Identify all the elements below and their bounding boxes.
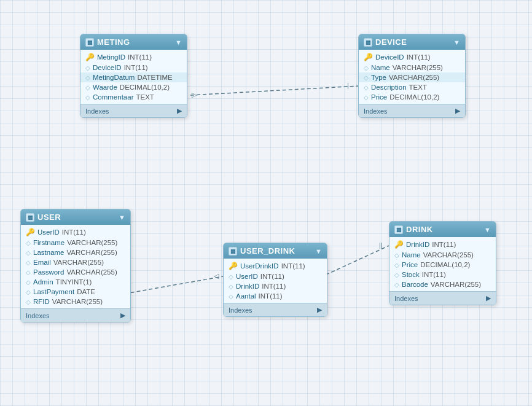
- table-meting-title: METING: [97, 37, 172, 47]
- field-user-admin: ◇ Admin TINYINT(1): [21, 277, 130, 287]
- field-meting-deviceid: ◇ DeviceID INT(11): [80, 63, 187, 72]
- table-drink: ▦ DRINK ▼ 🔑 DrinkID INT(11) ◇ Name VARCH…: [389, 221, 496, 305]
- table-meting-header: ▦ METING ▼: [80, 34, 187, 50]
- field-user-firstname: ◇ Firstname VARCHAR(255): [21, 238, 130, 248]
- indexes-label: Indexes: [394, 295, 418, 302]
- field-meting-metingid: 🔑 MetingID INT(11): [80, 52, 187, 63]
- field-drink-stock: ◇ Stock INT(11): [389, 270, 496, 279]
- table-user: ▦ USER ▼ 🔑 UserID INT(11) ◇ Firstname VA…: [20, 209, 131, 322]
- table-user-drink-indexes[interactable]: Indexes ▶: [224, 303, 327, 316]
- diamond-icon: ◇: [26, 259, 31, 266]
- table-user-drink-dropdown[interactable]: ▼: [315, 248, 322, 255]
- table-device-fields: 🔑 DeviceID INT(11) ◇ Name VARCHAR(255) ◇…: [359, 50, 465, 104]
- field-device-name: ◇ Name VARCHAR(255): [359, 63, 465, 72]
- table-drink-title: DRINK: [406, 225, 481, 234]
- diamond-icon: ◇: [364, 94, 369, 101]
- table-user-drink-fields: 🔑 UserDrinkID INT(11) ◇ UserID INT(11) ◇…: [224, 259, 327, 303]
- table-user-dropdown[interactable]: ▼: [119, 214, 125, 221]
- table-user-icon: ▦: [26, 213, 34, 222]
- indexes-label: Indexes: [26, 312, 50, 319]
- table-drink-icon: ▦: [394, 225, 403, 234]
- diamond-icon: ◇: [364, 84, 369, 91]
- diamond-icon: ◇: [394, 281, 399, 288]
- table-user-title: USER: [37, 213, 115, 222]
- diamond-icon: ◇: [229, 293, 233, 300]
- field-drink-barcode: ◇ Barcode VARCHAR(255): [389, 279, 496, 289]
- diamond-icon: ◇: [26, 289, 31, 295]
- indexes-arrow: ▶: [317, 306, 322, 314]
- table-device: ▦ DEVICE ▼ 🔑 DeviceID INT(11) ◇ Name VAR…: [358, 34, 466, 118]
- diamond-icon: ◇: [85, 64, 90, 71]
- indexes-label: Indexes: [364, 107, 388, 115]
- key-icon: 🔑: [364, 53, 373, 61]
- field-device-type: ◇ Type VARCHAR(255): [359, 72, 465, 82]
- key-icon: 🔑: [85, 53, 95, 61]
- table-device-header: ▦ DEVICE ▼: [359, 34, 465, 50]
- diamond-icon: ◇: [26, 249, 31, 256]
- field-drink-price: ◇ Price DECIMAL(10,2): [389, 260, 496, 270]
- field-ud-drinkid: ◇ DrinkID INT(11): [224, 281, 327, 291]
- table-device-icon: ▦: [364, 38, 372, 47]
- table-device-dropdown[interactable]: ▼: [453, 39, 460, 46]
- field-user-lastname: ◇ Lastname VARCHAR(255): [21, 248, 130, 257]
- diamond-icon: ◇: [394, 252, 399, 259]
- diamond-icon: ◇: [229, 283, 233, 290]
- diamond-icon: ◇: [394, 271, 399, 278]
- diamond-icon: ◇: [26, 240, 31, 246]
- table-user-drink: ▦ USER_DRINK ▼ 🔑 UserDrinkID INT(11) ◇ U…: [223, 243, 327, 317]
- key-icon: 🔑: [229, 262, 238, 270]
- table-meting-icon: ▦: [85, 38, 94, 47]
- field-meting-metingdatum: ◇ MetingDatum DATETIME: [80, 72, 187, 82]
- diamond-icon: ◇: [85, 94, 90, 101]
- table-device-indexes[interactable]: Indexes ▶: [359, 104, 465, 117]
- table-user-drink-title: USER_DRINK: [240, 246, 312, 256]
- field-device-description: ◇ Description TEXT: [359, 82, 465, 92]
- diamond-icon: ◇: [26, 299, 31, 305]
- table-user-drink-header: ▦ USER_DRINK ▼: [224, 243, 327, 259]
- rel-marker-1: ▷: [192, 91, 197, 98]
- indexes-label: Indexes: [229, 306, 252, 314]
- field-device-deviceid: 🔑 DeviceID INT(11): [359, 52, 465, 63]
- field-ud-userid: ◇ UserID INT(11): [224, 271, 327, 281]
- field-meting-commentaar: ◇ Commentaar TEXT: [80, 92, 187, 102]
- diamond-icon: ◇: [364, 74, 369, 81]
- field-user-lastpayment: ◇ LastPayment DATE: [21, 287, 130, 297]
- field-user-userid: 🔑 UserID INT(11): [21, 227, 130, 238]
- field-device-price: ◇ Price DECIMAL(10,2): [359, 92, 465, 102]
- diamond-icon: ◇: [85, 84, 90, 91]
- table-user-drink-icon: ▦: [229, 247, 237, 256]
- diamond-icon: ◇: [85, 74, 90, 81]
- connector-meting-device: [190, 86, 358, 95]
- rel-marker-2: |: [347, 82, 349, 89]
- indexes-arrow: ▶: [120, 311, 125, 319]
- table-meting-dropdown[interactable]: ▼: [175, 39, 182, 46]
- field-ud-userdinkid: 🔑 UserDrinkID INT(11): [224, 260, 327, 271]
- rel-marker-6: ||: [379, 241, 383, 249]
- table-device-title: DEVICE: [375, 37, 450, 47]
- field-drink-drinkid: 🔑 DrinkID INT(11): [389, 239, 496, 250]
- table-drink-header: ▦ DRINK ▼: [389, 222, 496, 237]
- field-meting-waarde: ◇ Waarde DECIMAL(10,2): [80, 82, 187, 92]
- field-ud-aantal: ◇ Aantal INT(11): [224, 291, 327, 301]
- table-user-indexes[interactable]: Indexes ▶: [21, 308, 130, 322]
- rel-marker-4: ◁: [214, 272, 219, 279]
- key-icon: 🔑: [394, 240, 404, 249]
- table-meting-indexes[interactable]: Indexes ▶: [80, 104, 187, 117]
- table-user-header: ▦ USER ▼: [21, 209, 130, 225]
- table-user-fields: 🔑 UserID INT(11) ◇ Firstname VARCHAR(255…: [21, 225, 130, 308]
- field-user-password: ◇ Password VARCHAR(255): [21, 267, 130, 277]
- diamond-icon: ◇: [26, 269, 31, 276]
- table-drink-dropdown[interactable]: ▼: [484, 226, 491, 233]
- diamond-icon: ◇: [364, 64, 369, 71]
- indexes-arrow: ▶: [486, 294, 491, 302]
- diamond-icon: ◇: [229, 273, 233, 280]
- table-meting: ▦ METING ▼ 🔑 MetingID INT(11) ◇ DeviceID…: [80, 34, 187, 118]
- diamond-icon: ◇: [394, 262, 399, 268]
- table-drink-indexes[interactable]: Indexes ▶: [389, 291, 496, 305]
- key-icon: 🔑: [26, 228, 35, 236]
- field-user-email: ◇ Email VARCHAR(255): [21, 257, 130, 267]
- table-meting-fields: 🔑 MetingID INT(11) ◇ DeviceID INT(11) ◇ …: [80, 50, 187, 104]
- indexes-arrow: ▶: [177, 107, 182, 115]
- field-drink-name: ◇ Name VARCHAR(255): [389, 250, 496, 260]
- connector-user-userdrink: [119, 276, 223, 295]
